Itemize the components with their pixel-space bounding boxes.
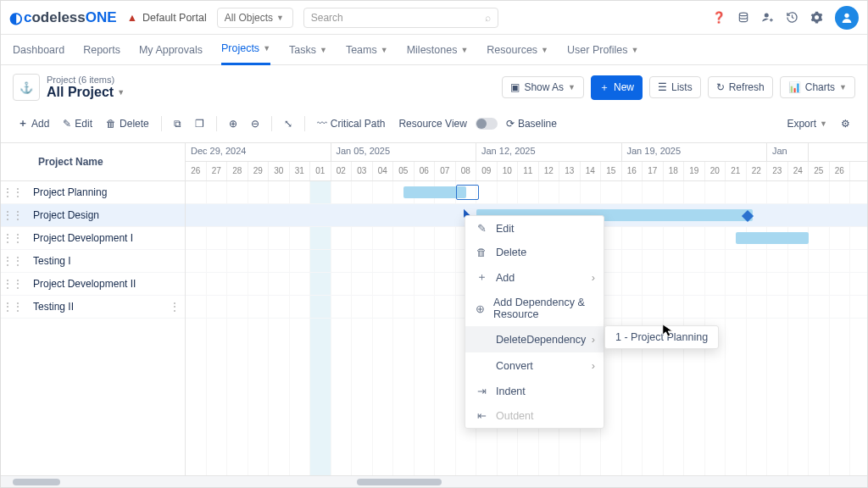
zoom-out-icon[interactable]: ⊖ — [246, 114, 264, 133]
day-header: 13 — [559, 162, 581, 180]
row-menu-icon[interactable]: ⋮ — [170, 301, 185, 313]
task-row[interactable]: ⋮⋮Testing I — [1, 250, 185, 273]
day-header: 09 — [476, 162, 498, 180]
portal-icon: ▲ — [127, 12, 137, 24]
history-icon[interactable] — [786, 11, 798, 24]
critical-path-button[interactable]: 〰Critical Path — [312, 114, 391, 133]
task-name: Testing II — [25, 301, 170, 313]
expand-icon[interactable]: ⧉ — [169, 114, 186, 133]
ctx-deletedependency[interactable]: DeleteDependency›1 - Project Planning — [465, 326, 604, 352]
portal-selector[interactable]: ▲ Default Portal — [127, 12, 207, 24]
ctx-icon — [476, 358, 487, 373]
resource-view-toggle[interactable] — [476, 118, 498, 130]
tab-reports[interactable]: Reports — [83, 35, 120, 65]
export-button[interactable]: Export▼ — [782, 114, 832, 133]
avatar[interactable] — [835, 6, 859, 30]
ctx-icon: ✎ — [476, 222, 487, 235]
charts-button[interactable]: 📊 Charts▼ — [780, 76, 855, 98]
day-header: 14 — [581, 162, 602, 180]
task-name: Project Planning — [25, 186, 185, 198]
gear-icon[interactable] — [810, 11, 823, 24]
ctx-edit[interactable]: ✎Edit — [465, 216, 604, 241]
svg-point-0 — [739, 13, 747, 15]
ctx-submenu-item[interactable]: 1 - Project Planning — [604, 325, 719, 349]
anchor-icon[interactable]: ⚓ — [13, 74, 40, 101]
search-input[interactable]: Search ⌕ — [303, 8, 498, 28]
tab-resources[interactable]: Resources▼ — [487, 35, 548, 65]
ctx-icon — [476, 332, 487, 347]
drag-handle-icon[interactable]: ⋮⋮ — [1, 278, 25, 290]
drag-handle-icon[interactable]: ⋮⋮ — [1, 232, 25, 244]
ctx-indent[interactable]: ⇥Indent — [465, 379, 604, 403]
ctx-icon: ＋ — [476, 270, 487, 285]
tab-tasks[interactable]: Tasks▼ — [289, 35, 327, 65]
help-icon[interactable]: ❓ — [712, 11, 726, 24]
new-button[interactable]: ＋ New — [591, 75, 643, 100]
object-select[interactable]: All Objects▼ — [217, 8, 293, 28]
app-window: ◐ codelessONE ▲ Default Portal All Objec… — [0, 0, 868, 488]
page-title[interactable]: All Project▼ — [47, 85, 125, 100]
settings-icon[interactable]: ⚙ — [836, 114, 855, 133]
task-column: ⋮⋮Project Planning⋮⋮Project Design⋮⋮Proj… — [1, 181, 186, 475]
drag-handle-icon[interactable]: ⋮⋮ — [1, 255, 25, 267]
fit-icon[interactable]: ⤡ — [279, 114, 298, 133]
day-header: 01 — [310, 162, 331, 180]
ctx-icon: ⇤ — [476, 409, 487, 422]
ctx-add-dependency---resource[interactable]: ⊕Add Dependency & Resource — [465, 291, 604, 326]
horizontal-scrollbar[interactable] — [1, 475, 867, 487]
day-header: 03 — [352, 162, 373, 180]
add-button[interactable]: ＋Add — [13, 113, 54, 134]
tab-teams[interactable]: Teams▼ — [346, 35, 388, 65]
day-header: 10 — [498, 162, 519, 180]
ctx-add[interactable]: ＋Add› — [465, 264, 604, 291]
chevron-right-icon: › — [592, 334, 595, 346]
user-add-icon[interactable] — [761, 11, 774, 24]
drag-handle-icon[interactable]: ⋮⋮ — [1, 186, 25, 198]
drag-handle-icon[interactable]: ⋮⋮ — [1, 209, 25, 221]
lists-button[interactable]: ☰ Lists — [649, 76, 701, 98]
portal-label: Default Portal — [142, 12, 207, 24]
task-row[interactable]: ⋮⋮Project Development I — [1, 227, 185, 250]
day-header: 26 — [830, 162, 851, 180]
logo[interactable]: ◐ codelessONE — [9, 8, 117, 27]
day-header: 07 — [435, 162, 456, 180]
gantt-bar[interactable] — [736, 232, 809, 244]
tab-dashboard[interactable]: Dashboard — [13, 35, 64, 65]
edit-button[interactable]: ✎Edit — [58, 114, 97, 133]
tab-my-approvals[interactable]: My Approvals — [139, 35, 203, 65]
task-row[interactable]: ⋮⋮Project Design — [1, 204, 185, 227]
ctx-delete[interactable]: 🗑Delete — [465, 241, 604, 264]
drag-handle-icon[interactable]: ⋮⋮ — [1, 301, 25, 313]
day-header: 23 — [767, 162, 788, 180]
day-header: 27 — [207, 162, 228, 180]
collapse-icon[interactable]: ❐ — [190, 114, 209, 133]
context-menu: ✎Edit🗑Delete＋Add›⊕Add Dependency & Resou… — [465, 215, 604, 429]
resource-view-button[interactable]: Resource View — [393, 114, 471, 133]
day-header: 06 — [415, 162, 436, 180]
day-header: 18 — [664, 162, 685, 180]
ctx-convert[interactable]: Convert› — [465, 352, 604, 379]
week-header: Jan — [767, 143, 809, 161]
tab-milestones[interactable]: Milestones▼ — [407, 35, 469, 65]
day-header: 31 — [290, 162, 311, 180]
baseline-button[interactable]: ⟳Baseline — [501, 114, 562, 133]
week-header: Dec 29, 2024 — [186, 143, 331, 161]
refresh-button[interactable]: ↻ Refresh — [708, 76, 773, 98]
day-header: 04 — [373, 162, 394, 180]
tab-projects[interactable]: Projects▼ — [221, 35, 270, 65]
tab-user-profiles[interactable]: User Profiles▼ — [567, 35, 638, 65]
top-icons: ❓ — [712, 6, 859, 30]
zoom-in-icon[interactable]: ⊕ — [224, 114, 242, 133]
task-row[interactable]: ⋮⋮Project Development II — [1, 273, 185, 296]
day-header: 21 — [726, 162, 747, 180]
task-row[interactable]: ⋮⋮Project Planning — [1, 181, 185, 204]
day-header: 12 — [539, 162, 560, 180]
gantt-bar-selection[interactable] — [456, 185, 480, 200]
database-icon[interactable] — [737, 12, 749, 24]
task-row[interactable]: ⋮⋮Testing II⋮ — [1, 296, 185, 319]
day-header: 29 — [248, 162, 270, 180]
week-header: Jan 05, 2025 — [331, 143, 477, 161]
task-name: Project Development I — [25, 232, 185, 244]
delete-button[interactable]: 🗑Delete — [101, 114, 154, 133]
show-as-button[interactable]: ▣ Show As▼ — [502, 76, 584, 98]
